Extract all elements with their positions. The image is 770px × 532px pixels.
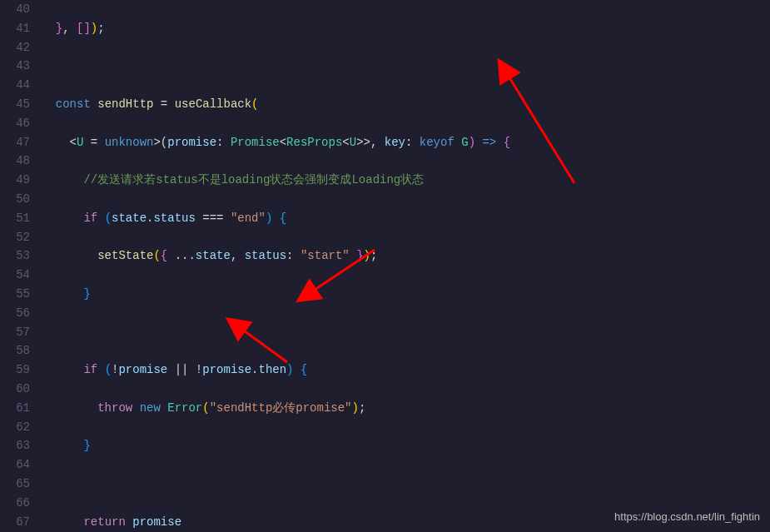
line-number: 61: [0, 399, 30, 418]
code-line[interactable]: [42, 475, 770, 494]
line-number: 56: [0, 304, 30, 323]
line-number: 41: [0, 19, 30, 38]
code-line[interactable]: }: [42, 285, 770, 304]
line-number: 43: [0, 57, 30, 76]
code-editor[interactable]: 40 41 42 43 44 45 46 47 48 49 50 51 52 5…: [0, 0, 770, 532]
line-number: 47: [0, 133, 30, 152]
line-number: 44: [0, 76, 30, 95]
code-line[interactable]: //发送请求若status不是loading状态会强制变成Loading状态: [42, 171, 770, 190]
line-number: 55: [0, 285, 30, 304]
line-number: 53: [0, 246, 30, 266]
line-number: 60: [0, 380, 30, 399]
line-number: 62: [0, 418, 30, 437]
line-number-gutter: 40 41 42 43 44 45 46 47 48 49 50 51 52 5…: [0, 0, 42, 532]
watermark-text: https://blog.csdn.net/lin_fightin: [614, 508, 760, 527]
line-number: 59: [0, 360, 30, 380]
line-number: 42: [0, 38, 30, 57]
code-line[interactable]: [42, 57, 770, 76]
line-number: 46: [0, 114, 30, 133]
line-number: 65: [0, 475, 30, 494]
code-line[interactable]: [42, 323, 770, 342]
code-area[interactable]: }, []); const sendHttp = useCallback( <U…: [42, 0, 770, 532]
line-number: 67: [0, 513, 30, 532]
line-number: 58: [0, 341, 30, 360]
line-number: 64: [0, 455, 30, 475]
line-number: 57: [0, 323, 30, 342]
line-number: 63: [0, 436, 30, 455]
line-number: 40: [0, 0, 30, 19]
line-number: 52: [0, 228, 30, 247]
code-line[interactable]: if (!promise || !promise.then) {: [42, 360, 770, 380]
code-line[interactable]: throw new Error("sendHttp必传promise");: [42, 399, 770, 418]
code-line[interactable]: setState({ ...state, status: "start" });: [42, 246, 770, 266]
code-line[interactable]: const sendHttp = useCallback(: [42, 95, 770, 114]
code-line[interactable]: }, []);: [42, 19, 770, 38]
line-number: 49: [0, 171, 30, 190]
line-number: 66: [0, 494, 30, 513]
line-number: 48: [0, 152, 30, 171]
line-number: 45: [0, 95, 30, 114]
code-line[interactable]: }: [42, 436, 770, 455]
line-number: 50: [0, 190, 30, 209]
code-line[interactable]: if (state.status === "end") {: [42, 209, 770, 228]
line-number: 51: [0, 209, 30, 228]
code-line[interactable]: <U = unknown>(promise: Promise<ResProps<…: [42, 133, 770, 152]
line-number: 54: [0, 266, 30, 285]
